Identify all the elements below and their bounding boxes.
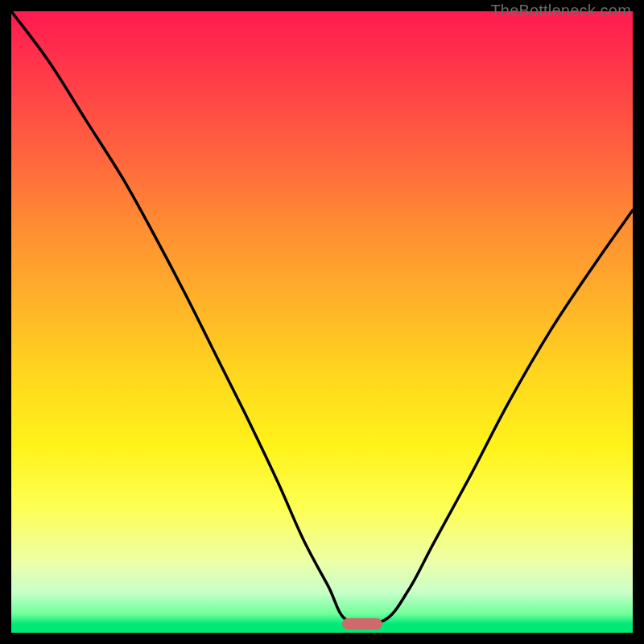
plot-area bbox=[11, 11, 633, 633]
attribution-text: TheBottleneck.com bbox=[490, 2, 631, 20]
minimum-marker bbox=[342, 618, 382, 630]
bottleneck-curve bbox=[11, 11, 633, 633]
chart-container: TheBottleneck.com bbox=[0, 0, 644, 644]
